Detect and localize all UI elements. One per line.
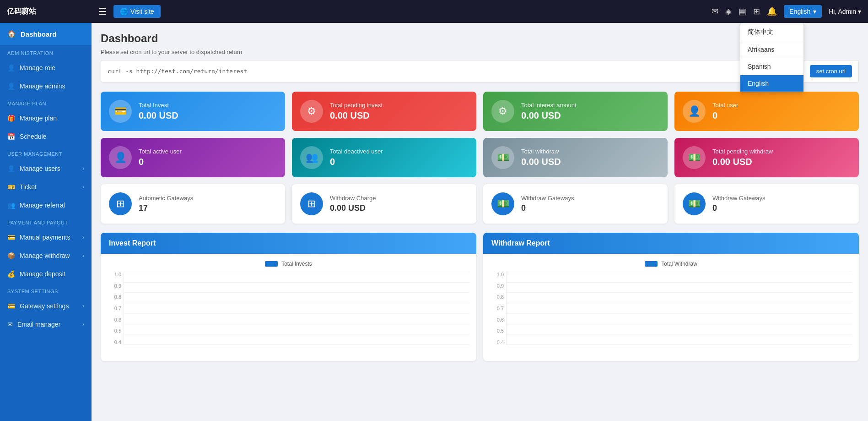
mail-icon[interactable]: ✉ — [712, 6, 718, 16]
gateway-info-2: Withdraw Gateways 0 — [521, 195, 574, 213]
manage-admins-icon: 👤 — [7, 82, 15, 90]
stat-value-7: 0.00 USD — [712, 157, 773, 167]
stat-card-1: ⚙ Total pending invest 0.00 USD — [292, 92, 476, 131]
cron-button[interactable]: set cron url — [810, 65, 852, 77]
invest-report-body: Total Invests 1.00.90.80.70.60.50.4 — [101, 254, 476, 361]
gateway-settings-icon: 💳 — [7, 302, 15, 310]
stat-info-2: Total interest amount 0.00 USD — [521, 102, 577, 121]
sidebar-item-label: Gateway settings — [20, 302, 69, 310]
sidebar-item-label: Manage users — [20, 165, 60, 172]
admin-menu[interactable]: Hi, Admin ▾ — [829, 8, 861, 15]
sidebar-item-schedule[interactable]: 📅 Schedule — [0, 127, 92, 146]
gateway-icon-1: ⊞ — [300, 192, 323, 215]
withdraw-legend-color — [645, 261, 658, 267]
chevron-right-icon: › — [82, 165, 84, 172]
hamburger-icon[interactable]: ☰ — [98, 6, 107, 17]
sidebar-item-manage-role[interactable]: 👤 Manage role — [0, 59, 92, 77]
gateway-value-2: 0 — [521, 203, 574, 213]
y-label: 0.4 — [108, 339, 121, 345]
language-button[interactable]: English ▾ — [784, 5, 822, 18]
gateway-label-3: Withdraw Gateways — [712, 195, 766, 202]
sidebar-item-manage-withdraw[interactable]: 📦 Manage withdraw › — [0, 246, 92, 265]
stat-info-6: Total withdraw 0.00 USD — [521, 148, 561, 167]
grid-icon[interactable]: ⊞ — [753, 6, 760, 16]
y-label: 0.6 — [490, 317, 504, 323]
doc-icon[interactable]: ▤ — [739, 6, 746, 16]
manage-referral-icon: 👥 — [7, 202, 15, 209]
stat-label-6: Total withdraw — [521, 148, 561, 155]
sidebar-item-manual-payments[interactable]: 💳 Manual payments › — [0, 228, 92, 246]
sidebar: 🏠 Dashboard ADMINISTRATION 👤 Manage role… — [0, 23, 92, 421]
sidebar-item-left: 💰 Manage deposit — [7, 270, 65, 278]
y-label: 0.8 — [490, 294, 504, 300]
sidebar-item-manage-referral[interactable]: 👥 Manage referral — [0, 196, 92, 214]
y-label: 0.7 — [108, 306, 121, 311]
sidebar-section-title: MANAGE PLAN — [0, 95, 92, 109]
stat-icon-5: 👥 — [300, 146, 323, 169]
gateway-info-1: Withdraw Charge 0.00 USD — [330, 195, 376, 213]
lang-option-af[interactable]: Afrikaans — [740, 41, 803, 58]
invest-chart-lines — [124, 272, 469, 345]
sidebar-item-manage-plan[interactable]: 🎁 Manage plan — [0, 109, 92, 127]
stat-card-4: 👤 Total active user 0 — [101, 138, 285, 177]
sidebar-item-label: Manage deposit — [20, 270, 65, 278]
manage-withdraw-icon: 📦 — [7, 252, 15, 259]
sidebar-item-left: 👤 Manage role — [7, 64, 55, 71]
sidebar-item-left: 👥 Manage referral — [7, 202, 65, 209]
stat-card-5: 👥 Total deactived user 0 — [292, 138, 476, 177]
stat-icon-2: ⚙ — [491, 100, 514, 123]
lang-option-zh[interactable]: 简体中文 — [740, 23, 803, 41]
gateway-card-1: ⊞ Withdraw Charge 0.00 USD — [292, 184, 476, 224]
y-label: 0.8 — [108, 294, 121, 300]
chevron-right-icon: › — [82, 184, 84, 190]
stat-value-6: 0.00 USD — [521, 157, 561, 167]
y-label: 0.6 — [108, 317, 121, 323]
stat-value-5: 0 — [330, 157, 383, 167]
stat-label-5: Total deactived user — [330, 148, 383, 155]
topnav: 亿码蔚站 ☰ 🌐 Visit site ✉ ◈ ▤ ⊞ 🔔 English ▾ … — [0, 0, 868, 23]
sidebar-item-label: Manual payments — [20, 234, 70, 241]
sidebar-item-manage-users[interactable]: 👤 Manage users › — [0, 159, 92, 178]
globe-icon: 🌐 — [120, 8, 128, 15]
lang-option-en[interactable]: English — [740, 75, 803, 92]
stat-info-3: Total user 0 — [712, 102, 738, 121]
gateway-grid: ⊞ Autometic Gateways 17 ⊞ Withdraw Charg… — [101, 184, 859, 224]
gateway-card-3: 💵 Withdraw Gateways 0 — [674, 184, 859, 224]
withdraw-report-body: Total Withdraw 1.00.90.80.70.60.50.4 — [483, 254, 859, 361]
stats-grid-row1: 💳 Total Invest 0.00 USD ⚙ Total pending … — [101, 92, 859, 131]
stat-card-6: 💵 Total withdraw 0.00 USD — [483, 138, 668, 177]
sidebar-section-title: USER MANAGEMENT — [0, 146, 92, 159]
stat-label-0: Total Invest — [139, 102, 178, 109]
diamond-icon[interactable]: ◈ — [725, 6, 732, 16]
withdraw-legend: Total Withdraw — [490, 261, 852, 267]
sidebar-item-manage-admins[interactable]: 👤 Manage admins — [0, 77, 92, 95]
stat-icon-0: 💳 — [109, 100, 132, 123]
sidebar-item-manage-deposit[interactable]: 💰 Manage deposit — [0, 265, 92, 283]
sidebar-item-left: ✉ Email manager — [7, 321, 60, 328]
sidebar-item-label: Manage plan — [20, 115, 57, 122]
invest-legend-label: Total Invests — [281, 261, 312, 267]
lang-option-es[interactable]: Spanish — [740, 58, 803, 75]
sidebar-item-dashboard[interactable]: 🏠 Dashboard — [0, 23, 92, 45]
gateway-label-0: Autometic Gateways — [139, 195, 193, 202]
chevron-right-icon: › — [82, 252, 84, 259]
main-layout: 🏠 Dashboard ADMINISTRATION 👤 Manage role… — [0, 23, 868, 421]
sidebar-item-label: Manage withdraw — [20, 252, 70, 259]
sidebar-item-left: 🎁 Manage plan — [7, 115, 57, 122]
y-label: 0.5 — [490, 328, 504, 334]
sidebar-item-email-manager[interactable]: ✉ Email manager › — [0, 315, 92, 334]
invest-legend: Total Invests — [108, 261, 469, 267]
stat-label-7: Total pending withdraw — [712, 148, 773, 155]
bell-icon[interactable]: 🔔 — [767, 6, 777, 16]
invest-legend-color — [265, 261, 278, 267]
gateway-icon-0: ⊞ — [109, 192, 132, 215]
chevron-right-icon: › — [82, 321, 84, 328]
stat-info-7: Total pending withdraw 0.00 USD — [712, 148, 773, 167]
withdraw-chart: 1.00.90.80.70.60.50.4 — [490, 272, 852, 354]
sidebar-item-gateway-settings[interactable]: 💳 Gateway settings › — [0, 297, 92, 315]
reports-grid: Invest Report Total Invests 1.00.90.80.7… — [101, 233, 859, 361]
sidebar-item-ticket[interactable]: 🎫 Ticket › — [0, 178, 92, 196]
y-label: 0.5 — [108, 328, 121, 334]
visit-site-button[interactable]: 🌐 Visit site — [113, 5, 161, 18]
stat-icon-6: 💵 — [491, 146, 514, 169]
